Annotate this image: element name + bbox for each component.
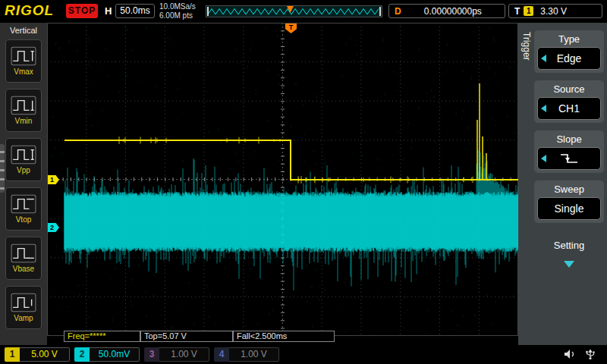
menu-item-slope-label: Slope	[534, 132, 604, 147]
trigger-menu-tab[interactable]: Trigger	[520, 32, 532, 100]
menu-item-sweep-value[interactable]: Single	[537, 197, 601, 220]
menu-item-type-value[interactable]: Edge	[537, 47, 601, 70]
waveform-traces	[47, 23, 518, 336]
chevron-left-icon	[541, 55, 546, 62]
trigger-level-value: 3.30 V	[540, 6, 567, 17]
channel2-scale: 50.0mV	[90, 347, 140, 362]
horizontal-label: H	[105, 5, 112, 17]
channel4-scale: 1.00 V	[229, 347, 279, 362]
channel4-number: 4	[214, 347, 229, 362]
measurement-fall: Fall<2.500ms	[233, 331, 335, 342]
channel3-scale: 1.00 V	[159, 347, 209, 362]
menu-button-vmax-label: Vmax	[14, 67, 33, 76]
menu-item-source[interactable]: Source CH1	[534, 80, 604, 123]
channel1-number: 1	[5, 347, 20, 362]
menu-item-sweep-value-text: Single	[555, 202, 584, 215]
delay-readout[interactable]: D 0.00000000ps	[388, 4, 505, 18]
menu-button-vamp-label: Vamp	[14, 314, 33, 322]
chevron-left-icon	[541, 155, 546, 162]
menu-button-vbase-label: Vbase	[13, 265, 34, 273]
menu-item-source-label: Source	[534, 82, 604, 97]
channel2-number: 2	[74, 347, 90, 362]
menu-scroll-indicator	[0, 144, 5, 193]
channel1-scale: 5.00 V	[20, 347, 70, 362]
menu-item-setting[interactable]: Setting	[534, 237, 604, 271]
menu-item-source-value[interactable]: CH1	[537, 97, 601, 120]
strip-left-bracket	[207, 7, 209, 16]
memory-depth: 6.00M pts	[159, 11, 193, 20]
strip-right-bracket	[379, 7, 381, 16]
menu-item-slope[interactable]: Slope	[534, 130, 604, 173]
usb-icon	[583, 348, 598, 360]
menu-item-source-value-text: CH1	[558, 102, 580, 115]
run-state-indicator[interactable]: STOP	[66, 4, 98, 18]
menu-button-vtop-label: Vtop	[16, 215, 32, 224]
oscilloscope-screen: RIGOL STOP H 50.0ms 10.0MSa/s 6.00M pts …	[0, 0, 607, 364]
menu-button-vbase[interactable]: Vbase	[5, 237, 42, 280]
sample-rate: 10.0MSa/s	[159, 2, 196, 11]
menu-item-type-value-text: Edge	[557, 52, 582, 64]
chevron-down-icon	[564, 261, 574, 268]
chevron-left-icon	[541, 105, 546, 112]
memory-waveform-preview	[206, 6, 380, 17]
vmax-icon	[11, 46, 36, 66]
menu-button-vmin[interactable]: Vmin	[5, 89, 42, 132]
menu-item-setting-label: Setting	[534, 238, 604, 253]
menu-button-vpp-label: Vpp	[17, 166, 30, 174]
vmin-icon	[11, 96, 36, 115]
vbase-icon	[11, 243, 36, 263]
delay-value: 0.00000000ps	[401, 6, 505, 17]
menu-button-vmin-label: Vmin	[15, 117, 33, 125]
measurement-freq: Freq=*****	[64, 331, 140, 342]
vertical-menu-title: Vertical	[0, 26, 47, 35]
channel-status-bar: 1 5.00 V 2 50.0mV 3 1.00 V 4 1.00 V	[0, 345, 607, 364]
rigol-logo: RIGOL	[5, 2, 54, 19]
measurement-top: Top=5.07 V	[140, 331, 233, 342]
waveform-display-area	[47, 23, 518, 336]
trigger-readout[interactable]: T 1 3.30 V	[508, 4, 602, 18]
channel3-status[interactable]: 3 1.00 V	[144, 347, 209, 362]
timebase-value[interactable]: 50.0ms	[115, 4, 155, 18]
vtop-icon	[11, 194, 36, 214]
channel2-status[interactable]: 2 50.0mV	[74, 347, 140, 362]
channel3-number: 3	[144, 347, 159, 362]
sound-icon	[563, 348, 577, 360]
menu-item-type-label: Type	[534, 32, 604, 47]
menu-button-vmax[interactable]: Vmax	[5, 39, 42, 83]
trigger-source-badge: 1	[524, 6, 533, 16]
falling-edge-icon	[559, 152, 579, 165]
memory-position-strip[interactable]	[206, 5, 382, 17]
menu-button-vtop[interactable]: Vtop	[5, 187, 42, 231]
menu-item-type[interactable]: Type Edge	[534, 30, 604, 73]
trigger-label: T	[514, 6, 520, 17]
channel1-status[interactable]: 1 5.00 V	[5, 347, 70, 362]
menu-button-vamp[interactable]: Vamp	[5, 286, 42, 329]
delay-label: D	[395, 6, 401, 17]
channel4-status[interactable]: 4 1.00 V	[214, 347, 279, 362]
vamp-icon	[11, 293, 36, 312]
menu-item-sweep[interactable]: Sweep Single	[534, 180, 604, 223]
menu-item-sweep-label: Sweep	[534, 182, 604, 197]
menu-button-vpp[interactable]: Vpp	[5, 138, 42, 181]
menu-item-slope-value[interactable]	[537, 147, 601, 170]
vpp-icon	[11, 145, 36, 165]
